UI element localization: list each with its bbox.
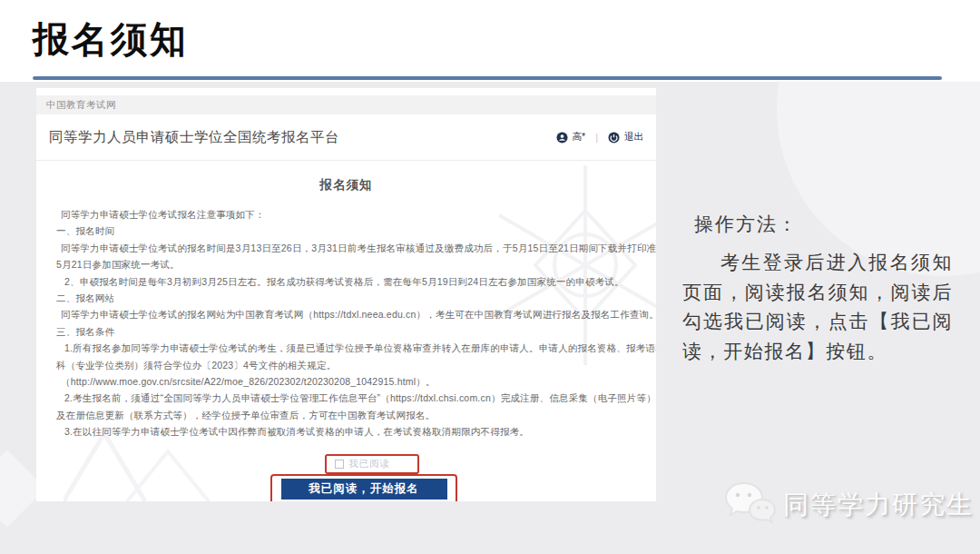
checkbox-highlight: 我已阅读 — [325, 454, 419, 474]
notice-heading: 报名须知 — [36, 177, 656, 193]
decorative-circle — [777, 82, 980, 276]
read-checkbox[interactable] — [335, 460, 344, 469]
site-topbar: 中国教育考试网 — [36, 95, 656, 114]
brand-name: 同等学力研究生 — [783, 488, 974, 522]
title-underline — [33, 76, 942, 80]
notice-line: 三、报名条件 — [56, 323, 642, 340]
brand-watermark: 同等学力研究生 — [721, 480, 974, 530]
platform-title: 同等学力人员申请硕士学位全国统考报名平台 — [49, 128, 556, 147]
slide: 报名须知 中国教育考试网 — [0, 0, 980, 554]
button-highlight: 我已阅读，开始报名 — [270, 474, 457, 501]
user-menu: 高* | 退出 — [556, 131, 643, 143]
notice-line: 及在册信息更新（联系方式等），经学位授予单位审查后，方可在中国教育考试网报名。 — [56, 407, 642, 423]
browser-screenshot: 中国教育考试网 同等学力人员申请硕士学位全国统考报名平台 高* | — [36, 88, 656, 501]
instructions-text: 考生登录后进入报名须知页面，阅读报名须知，阅读后勾选我已阅读，点击【我已阅读，开… — [682, 248, 953, 366]
user-name[interactable]: 高* — [573, 131, 586, 143]
logout-icon[interactable] — [608, 132, 620, 143]
logout-label[interactable]: 退出 — [624, 131, 643, 143]
notice-line: 二、报名网站 — [56, 290, 642, 306]
notice-line: 3.在以往同等学力申请硕士学位考试中因作弊而被取消考试资格的申请人，在考试资格取… — [56, 423, 642, 440]
instructions-heading: 操作方法： — [694, 212, 799, 237]
site-name: 中国教育考试网 — [46, 99, 116, 112]
stage-background: 中国教育考试网 同等学力人员申请硕士学位全国统考报名平台 高* | — [0, 82, 980, 554]
notice-line: 科（专业学位类别）须符合学位办〔2023〕4号文件的相关规定。 — [56, 357, 642, 373]
notice-body: 同等学力申请硕士学位考试报名注意事项如下： 一、报名时间 同等学力申请硕士学位考… — [56, 206, 642, 440]
notice-line: 2、申硕报名时间是每年3月初到3月25日左右。报名成功获得考试资格后，需在每年5… — [56, 273, 642, 290]
user-avatar-icon — [556, 132, 568, 143]
start-registration-button[interactable]: 我已阅读，开始报名 — [281, 479, 447, 500]
notice-line: （http://www.moe.gov.cn/srcsite/A22/moe_8… — [56, 373, 642, 390]
notice-line: 5月21日参加国家统一考试。 — [56, 256, 642, 272]
notice-line: 2.考生报名前，须通过“全国同等学力人员申请硕士学位管理工作信息平台”（http… — [56, 390, 642, 406]
notice-line: 同等学力申请硕士学位考试的报名时间是3月13日至26日，3月31日前考生报名审核… — [56, 240, 642, 256]
menu-separator: | — [595, 132, 598, 143]
read-checkbox-label[interactable]: 我已阅读 — [348, 458, 390, 470]
notice-line: 同等学力申请硕士学位考试的报名网站为中国教育考试网（https://tdxl.n… — [56, 306, 642, 322]
notice-line: 一、报名时间 — [56, 223, 642, 239]
notice-line: 1.所有报名参加同等学力申请硕士学位考试的考生，须是已通过学位授予单位资格审查并… — [56, 340, 642, 356]
wechat-bubbles-icon — [721, 480, 778, 530]
page-title: 报名须知 — [33, 15, 189, 64]
notice-line: 同等学力申请硕士学位考试报名注意事项如下： — [56, 206, 642, 223]
platform-header: 同等学力人员申请硕士学位全国统考报名平台 高* | 退出 — [36, 114, 656, 161]
